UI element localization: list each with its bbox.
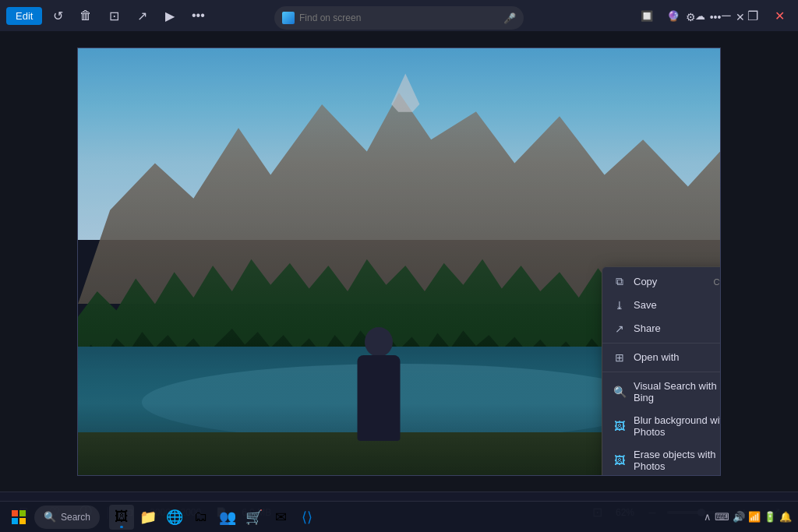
taskbar-search-bar[interactable]: 🔍 Search [34,506,100,529]
undo-button[interactable]: ↺ [45,3,70,28]
svg-rect-3 [19,518,26,524]
open-with-icon: ⊞ [613,351,626,364]
start-button[interactable] [6,505,31,530]
crop-button[interactable]: ⊡ [101,3,126,28]
copy-icon: ⧉ [613,276,626,288]
taskbar-app-dev[interactable]: ⟨⟩ [295,505,320,530]
menu-item-copy-label: Copy [634,276,657,287]
taskbar-search-icon: 🔍 [44,511,56,523]
edit-button[interactable]: Edit [6,7,42,25]
menu-item-visual-search[interactable]: 🔍 Visual Search with Bing [602,375,721,409]
tray-keyboard-icon[interactable]: ⌨ [715,511,729,523]
svg-rect-2 [12,518,18,524]
menu-divider-2 [602,372,721,372]
tray-notification-icon[interactable]: 🔔 [779,511,792,523]
menu-item-open-with[interactable]: ⊞ Open with › [602,346,721,369]
browser-controls: ⚙ ••• ✕ [680,6,751,28]
dev-icon: ⟨⟩ [302,509,312,526]
main-image-area: ⧉ Copy Ctrl+C ⤓ Save ↗ Share ⊞ Open with… [0,31,798,491]
tray-battery-icon[interactable]: 🔋 [764,511,776,523]
browser-more-button[interactable]: ••• [704,6,726,28]
menu-item-save-label: Save [634,299,657,311]
mic-button[interactable]: 🎤 [503,12,516,24]
browser-search-bar: 🎤 [274,6,524,30]
menu-item-save[interactable]: ⤓ Save [602,294,721,317]
tray-chevron[interactable]: ∧ [704,511,711,523]
taskbar-right: ∧ ⌨ 🔊 📶 🔋 🔔 [704,511,792,523]
person-silhouette [348,324,410,441]
app-toolbar: Edit ↺ 🗑 ⊡ ↗ ▶ ••• 🎤 ⚙ ••• ✕ 🔲 🔮 ☁ ─ ❐ ✕ [0,0,798,31]
photos-app-icon: 🖼 [115,509,129,525]
save-icon: ⤓ [613,299,626,312]
explorer-icon: 📁 [139,509,157,526]
taskbar-app-explorer[interactable]: 📁 [136,505,161,530]
context-menu: ⧉ Copy Ctrl+C ⤓ Save ↗ Share ⊞ Open with… [602,266,721,476]
tray-network-icon[interactable]: 📶 [748,511,761,523]
store-icon: 🛒 [245,509,263,526]
erase-icon: 🖼 [613,454,626,467]
edge-icon: 🌐 [166,509,183,526]
browser-close-button[interactable]: ✕ [729,6,751,28]
menu-item-erase[interactable]: 🖼 Erase objects with Photos [602,443,721,476]
tray-icon-1[interactable]: 🔲 [634,3,659,28]
menu-item-share[interactable]: ↗ Share [602,317,721,340]
share-icon: ↗ [613,322,626,335]
taskbar-apps: 🖼 📁 🌐 🗂 👥 🛒 ✉ ⟨⟩ [109,505,320,530]
taskbar-app-edge[interactable]: 🌐 [162,505,187,530]
svg-rect-1 [19,510,26,516]
menu-item-visual-label: Visual Search with Bing [634,380,721,403]
share-button[interactable]: ↗ [129,3,154,28]
close-button[interactable]: ✕ [767,3,792,28]
browser-settings-button[interactable]: ⚙ [680,6,701,28]
tray-icons: ∧ ⌨ 🔊 📶 🔋 🔔 [704,511,792,523]
more-button[interactable]: ••• [185,3,210,28]
browser-favicon [282,12,295,24]
menu-item-share-label: Share [634,322,661,334]
menu-item-blur[interactable]: 🖼 Blur background with Photos [602,409,721,443]
taskbar-app-folder[interactable]: 🗂 [189,505,214,530]
menu-item-erase-label: Erase objects with Photos [634,449,721,472]
bing-icon: 🔍 [613,386,626,398]
menu-item-blur-label: Blur background with Photos [634,414,721,438]
menu-copy-shortcut: Ctrl+C [714,277,721,287]
browser-search-input[interactable] [299,12,499,23]
slideshow-button[interactable]: ▶ [157,3,182,28]
taskbar-app-teams[interactable]: 👥 [215,505,240,530]
taskbar-app-store[interactable]: 🛒 [242,505,267,530]
folder-icon: 🗂 [194,509,208,525]
teams-icon: 👥 [219,509,236,526]
taskbar-app-photos[interactable]: 🖼 [109,505,134,530]
taskbar-search-label: Search [61,512,90,523]
image-container[interactable]: ⧉ Copy Ctrl+C ⤓ Save ↗ Share ⊞ Open with… [77,48,721,476]
mail-icon: ✉ [275,509,287,526]
delete-button[interactable]: 🗑 [73,3,98,28]
menu-item-copy[interactable]: ⧉ Copy Ctrl+C [602,270,721,294]
taskbar: 🔍 Search 🖼 📁 🌐 🗂 👥 🛒 ✉ ⟨⟩ ∧ ⌨ [0,501,798,532]
menu-item-open-label: Open with [634,351,680,363]
taskbar-app-mail[interactable]: ✉ [268,505,293,530]
svg-rect-0 [12,510,18,516]
tray-volume-icon[interactable]: 🔊 [733,511,745,523]
menu-divider-1 [602,343,721,344]
blur-icon: 🖼 [613,420,626,432]
